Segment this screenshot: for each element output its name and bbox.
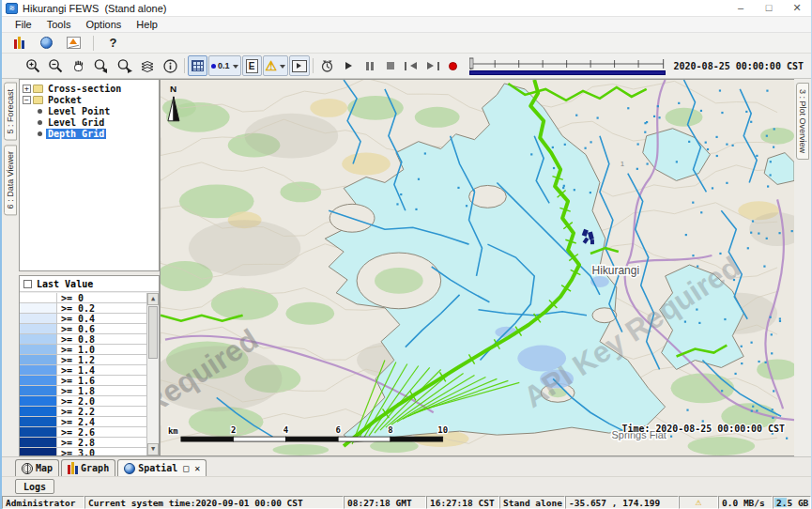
profile-display-button[interactable] (289, 55, 310, 76)
stop-button[interactable] (380, 55, 400, 76)
layers-button[interactable] (137, 55, 159, 76)
scroll-down-icon[interactable]: ▼ (147, 443, 159, 455)
scale-tick: 4 (283, 425, 288, 435)
legend-icon: E (246, 59, 258, 73)
tab-spatial[interactable]: Spatial □ ✕ (117, 459, 207, 476)
maximize-button[interactable]: □ (755, 0, 783, 16)
scale-tick: 8 (388, 425, 392, 435)
legend-row[interactable]: >= 0.2 (20, 303, 146, 314)
legend-row[interactable]: >= 0.6 (20, 324, 146, 334)
legend-label: >= 2.2 (57, 407, 146, 416)
tab-data-viewer[interactable]: 6 : Data Viewer (4, 145, 17, 215)
record-icon (449, 62, 457, 70)
legend-row[interactable]: >= 1.0 (20, 345, 146, 355)
menu-tools[interactable]: Tools (39, 19, 79, 30)
legend-row[interactable]: >= 1.6 (20, 376, 146, 386)
tab-forecast[interactable]: 5 : Forecast (4, 83, 17, 141)
time-slider-thumb[interactable] (470, 58, 473, 69)
zoom-previous-button[interactable] (90, 55, 113, 76)
last-value-checkbox[interactable] (23, 280, 32, 288)
legend-row[interactable]: >= 0.8 (20, 334, 146, 345)
tab-plot-overview[interactable]: 3 : Plot Overview (796, 83, 809, 160)
menu-help[interactable]: Help (129, 19, 165, 30)
animation-settings-button[interactable] (316, 55, 338, 76)
tree-item-depth-grid[interactable]: Depth Grid (23, 128, 159, 139)
memory-label: 2.5 GB (776, 498, 808, 508)
help-button[interactable]: ? (103, 33, 123, 54)
legend-row[interactable]: >= 2.0 (20, 396, 146, 407)
tree-item-level-point[interactable]: Level Point (23, 105, 159, 116)
scroll-up-icon[interactable]: ▲ (147, 293, 159, 305)
legend-row[interactable]: >= 0.4 (20, 314, 146, 324)
legend-row[interactable]: >= 3.0 (20, 448, 146, 455)
map-canvas[interactable]: API Key Required API Key Required Hikura… (161, 80, 794, 455)
zoom-out-button[interactable] (45, 55, 67, 76)
legend-row[interactable]: >= 1.4 (20, 365, 146, 376)
titlebar[interactable]: ≋ Hikurangi FEWS (Stand alone) – □ ✕ (2, 0, 811, 17)
tree-item-label: Pocket (46, 95, 84, 105)
tab-map[interactable]: Map (15, 459, 59, 476)
map-panel: API Key Required API Key Required Hikura… (160, 79, 794, 456)
pause-icon (366, 62, 374, 70)
road-label: 1 (620, 160, 625, 168)
window-title: Hikurangi FEWS (Stand alone) (23, 3, 166, 14)
zoom-in-button[interactable] (23, 55, 44, 76)
spatial-display-button[interactable] (64, 33, 84, 54)
layers-panel: + Cross-section − Pocket Level Point Lev… (19, 79, 160, 456)
legend-row[interactable]: >= 1.2 (20, 355, 146, 365)
menu-options[interactable]: Options (78, 19, 129, 30)
record-button[interactable] (443, 55, 463, 76)
folder-icon (33, 85, 43, 93)
expand-icon[interactable]: + (23, 85, 31, 93)
panel-close-button[interactable]: ✕ (194, 463, 200, 473)
pause-button[interactable] (360, 55, 379, 76)
stop-icon (387, 62, 394, 69)
legend-label: >= 0.6 (57, 324, 146, 333)
zoom-next-button[interactable] (114, 55, 136, 76)
time-slider[interactable] (469, 57, 665, 75)
tree-item-pocket[interactable]: − Pocket (23, 94, 159, 105)
panel-maximize-button[interactable]: □ (183, 463, 189, 473)
contour-interval-dropdown[interactable]: 0.1 (208, 55, 241, 76)
map-time-label: Time: 2020-08-25 00:00:00 CST (621, 424, 785, 434)
logs-panel-button[interactable] (9, 33, 29, 54)
menu-file[interactable]: File (8, 19, 39, 30)
last-frame-button[interactable] (421, 55, 442, 76)
time-slider-ruler (469, 57, 665, 69)
map-display-button[interactable] (37, 33, 56, 54)
close-button[interactable]: ✕ (783, 0, 811, 16)
legend-row[interactable]: >= 2.8 (20, 438, 146, 448)
bottom-tab-bar: Map Graph Spatial □ ✕ (2, 456, 811, 476)
collapse-icon[interactable]: − (23, 96, 31, 104)
scrollbar-thumb[interactable] (148, 306, 158, 359)
tab-graph[interactable]: Graph (61, 459, 115, 476)
status-local-time: 16:27:18 CST (426, 496, 499, 509)
status-warning[interactable]: ⚠ (679, 496, 718, 509)
legend-scrollbar[interactable]: ▲ ▼ (146, 293, 159, 455)
pan-button[interactable] (68, 55, 89, 76)
info-button[interactable] (160, 55, 181, 76)
first-frame-button[interactable] (401, 55, 421, 76)
legend-swatch (20, 407, 57, 416)
legend-swatch (20, 386, 57, 395)
thresholds-dropdown[interactable]: ⚠ (263, 55, 289, 76)
legend-label: >= 0 (57, 293, 146, 302)
logs-button[interactable]: Logs (15, 479, 54, 494)
legend-header: Last Value (20, 276, 159, 292)
play-button[interactable] (339, 55, 359, 76)
status-memory[interactable]: 2.5 GB (773, 496, 811, 509)
legend-row[interactable]: >= 2.4 (20, 417, 146, 427)
legend-row[interactable]: >= 0 (20, 293, 146, 303)
tree-item-cross-section[interactable]: + Cross-section (23, 83, 159, 94)
legend-row[interactable]: >= 1.8 (20, 386, 146, 396)
zoom-in-icon (25, 58, 41, 74)
legend-toggle-button[interactable]: E (242, 55, 262, 76)
legend-row[interactable]: >= 2.2 (20, 407, 146, 417)
legend-row[interactable]: >= 2.6 (20, 427, 146, 438)
tree-item-level-grid[interactable]: Level Grid (23, 116, 159, 128)
minimize-button[interactable]: – (727, 0, 755, 16)
legend-label: >= 2.8 (57, 438, 146, 447)
grid-display-button[interactable] (188, 55, 207, 76)
globe-icon (40, 37, 53, 49)
tree-item-label: Level Point (46, 106, 112, 116)
